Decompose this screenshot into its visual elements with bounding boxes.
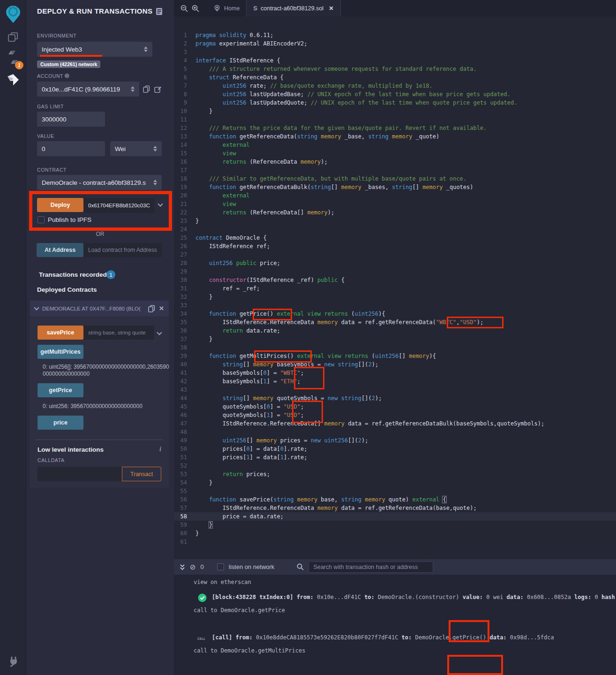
line-number: 59 xyxy=(174,521,195,529)
annotation-underline xyxy=(40,55,102,57)
select-arrows-icon xyxy=(144,46,148,52)
code-line: 18 /// Similar to getReferenceData, but … xyxy=(174,174,616,183)
code-line: 2pragma experimental ABIEncoderV2; xyxy=(174,39,616,48)
plugin-manager-icon[interactable] xyxy=(0,651,26,671)
value-unit-select[interactable]: Wei xyxy=(110,141,162,156)
deployed-contract-header[interactable]: DEMOORACLE AT 0X47F...F8080 (BLO( ✕ xyxy=(30,301,169,316)
line-number: 44 xyxy=(174,394,195,402)
code-line: 52 xyxy=(174,462,616,470)
or-divider: OR xyxy=(27,231,173,237)
environment-label: ENVIRONMENT xyxy=(37,33,76,38)
copy-address-icon[interactable] xyxy=(148,305,155,312)
line-number: 45 xyxy=(174,402,195,411)
code-line: 56 function savePrice(string memory base… xyxy=(174,495,616,504)
code-line: 43 xyxy=(174,386,616,394)
line-number: 32 xyxy=(174,293,195,301)
line-number: 16 xyxy=(174,158,195,166)
tab-home[interactable]: Home xyxy=(207,0,246,16)
line-number: 52 xyxy=(174,462,195,470)
code-line: 34 function getPrice() external view ret… xyxy=(174,310,616,318)
sign-message-icon[interactable] xyxy=(154,86,162,93)
terminal-search-input[interactable]: Search with transaction hash or address xyxy=(308,561,433,573)
terminal-line: [block:438228 txIndex:0] from: 0x10e...d… xyxy=(212,594,616,601)
copy-account-icon[interactable] xyxy=(143,85,150,93)
line-number: 46 xyxy=(174,411,195,419)
network-badge: Custom (42261) network xyxy=(37,61,100,68)
call-badge: CALL xyxy=(197,636,205,643)
deploy-run-icon[interactable] xyxy=(0,69,26,90)
deploy-expand-chevron-icon[interactable] xyxy=(158,201,163,206)
code-line: 29 xyxy=(174,267,616,276)
code-line: 30 constructor(IStdReference _ref) publi… xyxy=(174,276,616,284)
environment-select[interactable]: Injected Web3 xyxy=(37,42,152,57)
saveprice-expand-chevron-icon[interactable] xyxy=(157,330,162,335)
transactions-recorded-label: Transactions recorded xyxy=(39,271,107,278)
publish-ipfs-checkbox[interactable] xyxy=(38,216,45,223)
account-label: ACCOUNT xyxy=(37,73,63,79)
add-account-icon[interactable]: ⊕ xyxy=(64,72,70,79)
line-number: 34 xyxy=(174,310,195,318)
terminal-log[interactable]: view on etherscan[block:438228 txIndex:0… xyxy=(174,575,616,675)
close-instance-icon[interactable]: ✕ xyxy=(159,305,164,312)
tab-contract-file[interactable]: S contract-a60bf38129.sol ✕ xyxy=(246,0,340,16)
code-line: 35 IStdReference.ReferenceData memory da… xyxy=(174,318,616,326)
price-button[interactable]: price xyxy=(38,416,83,430)
code-line: 55 xyxy=(174,487,616,495)
tab-bar: Home S contract-a60bf38129.sol ✕ xyxy=(174,0,616,16)
file-explorer-icon[interactable] xyxy=(0,27,26,48)
code-line: 48 xyxy=(174,428,616,436)
clear-console-icon[interactable]: ⊘ xyxy=(190,563,196,571)
deployed-contracts-label: Deployed Contracts xyxy=(37,286,97,293)
transactions-count-badge: 1 xyxy=(106,270,115,279)
listen-network-checkbox[interactable] xyxy=(217,563,224,570)
deployed-contract-title: DEMOORACLE AT 0X47F...F8080 (BLO( xyxy=(42,306,144,311)
solidity-compiler-icon[interactable]: 1 xyxy=(0,47,26,68)
remix-logo-icon[interactable] xyxy=(0,3,26,25)
line-number: 58 xyxy=(174,512,195,521)
code-line: 1pragma solidity 0.6.11; xyxy=(174,31,616,39)
code-line: 38 xyxy=(174,343,616,352)
contract-select[interactable]: DemoOracle - contract-a60bf38129.s xyxy=(37,175,162,190)
getmultiprices-button[interactable]: getMultiPrices xyxy=(38,345,83,359)
line-number: 5 xyxy=(174,65,195,73)
value-input[interactable]: 0 xyxy=(37,141,105,156)
docs-icon[interactable] xyxy=(156,8,163,15)
select-arrows-icon xyxy=(153,180,157,185)
line-number: 40 xyxy=(174,360,195,369)
low-level-info-icon[interactable]: i xyxy=(159,446,161,453)
saveprice-args-input[interactable]: string base, string quote xyxy=(83,326,154,340)
collapse-chevron-icon[interactable] xyxy=(34,305,39,310)
zoom-out-icon[interactable] xyxy=(180,5,188,12)
calldata-input[interactable] xyxy=(38,467,122,481)
code-line: 10 } xyxy=(174,107,616,115)
line-number: 43 xyxy=(174,386,195,394)
code-line: 28 uint256 public price; xyxy=(174,259,616,267)
terminal-line: CALL[call] from: 0x10e8ddeCA8185573e5926… xyxy=(212,634,616,641)
line-number: 12 xyxy=(174,124,195,132)
line-number: 50 xyxy=(174,445,195,453)
solidity-file-icon: S xyxy=(253,5,257,12)
getmultiprices-result: 0: uint256[]: 39567000000000000000000,26… xyxy=(38,364,170,378)
account-select[interactable]: 0x10e...dF41C (9.96066119 xyxy=(37,82,139,97)
close-tab-icon[interactable]: ✕ xyxy=(329,5,333,12)
deploy-button[interactable]: Deploy xyxy=(37,198,83,212)
code-line: 47 IStdReference.ReferenceData[] memory … xyxy=(174,419,616,428)
line-number: 22 xyxy=(174,208,195,217)
zoom-in-icon[interactable] xyxy=(192,5,199,12)
getprice-button[interactable]: getPrice xyxy=(38,383,83,397)
select-arrows-icon xyxy=(153,146,157,152)
line-number: 17 xyxy=(174,166,195,174)
line-number: 11 xyxy=(174,115,195,124)
deploy-args-input[interactable]: 0x61704EFB8b8120c03C21 xyxy=(83,198,155,213)
at-address-button[interactable]: At Address xyxy=(37,243,83,257)
code-line: 53 return prices; xyxy=(174,470,616,478)
line-number: 54 xyxy=(174,478,195,487)
code-editor[interactable]: 1pragma solidity 0.6.11;2pragma experime… xyxy=(174,16,616,559)
line-number: 26 xyxy=(174,242,195,250)
transact-button[interactable]: Transact xyxy=(122,467,161,481)
at-address-input[interactable]: Load contract from Address xyxy=(83,243,162,257)
gas-limit-input[interactable]: 3000000 xyxy=(37,112,105,127)
code-line: 14 external xyxy=(174,141,616,149)
collapse-terminal-icon[interactable] xyxy=(180,564,185,570)
saveprice-button[interactable]: savePrice xyxy=(38,326,83,340)
